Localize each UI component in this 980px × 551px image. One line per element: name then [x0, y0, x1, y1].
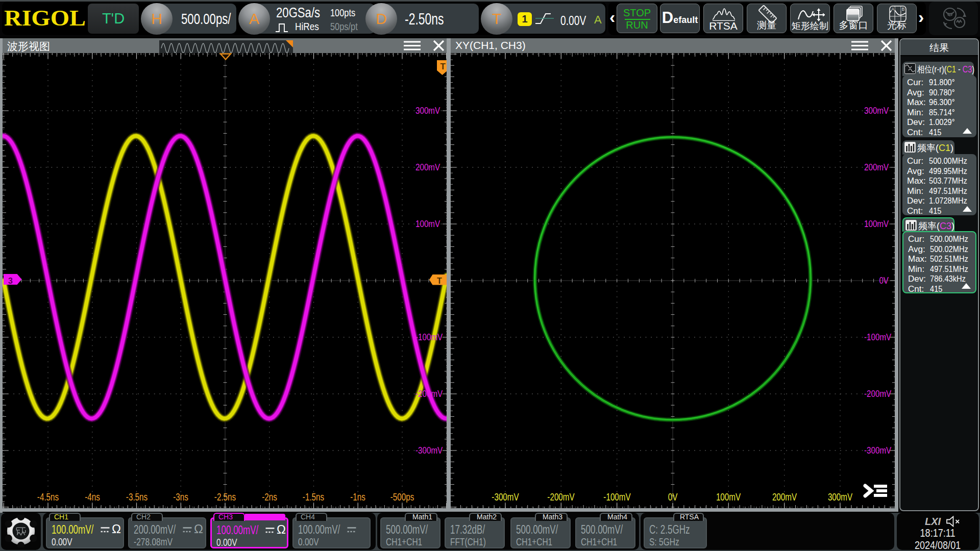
svg-text:B: B	[901, 7, 904, 12]
svg-text:A: A	[891, 7, 895, 12]
svg-text:T: T	[440, 62, 446, 71]
svg-text:T: T	[437, 277, 442, 285]
svg-text:3: 3	[8, 277, 13, 285]
